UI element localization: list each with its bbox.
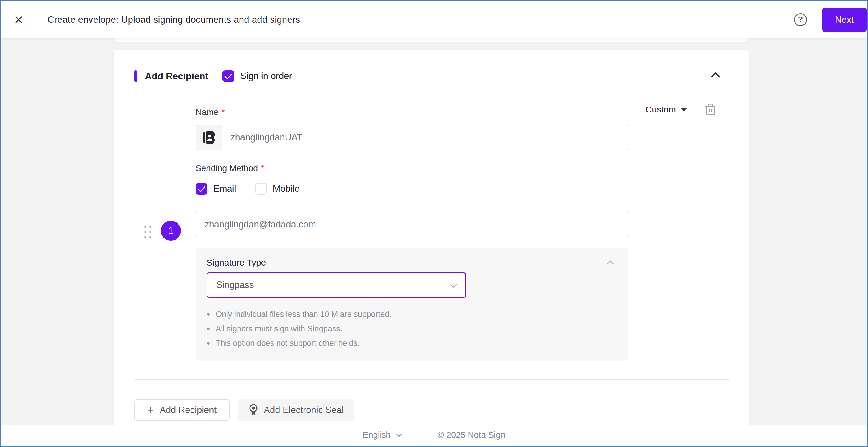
sign-in-order-option[interactable]: Sign in order: [222, 70, 292, 82]
drag-handle[interactable]: [144, 226, 151, 238]
signature-type-select[interactable]: Singpass: [207, 272, 466, 298]
chevron-up-icon: [606, 260, 614, 267]
mobile-checkbox[interactable]: [255, 183, 267, 195]
section-header: Add Recipient Sign in order: [134, 70, 722, 83]
bullet-dot: [207, 313, 210, 316]
sign-in-order-label: Sign in order: [240, 71, 292, 82]
bullet-dot: [207, 327, 210, 330]
name-label: Name*: [196, 107, 225, 117]
email-checkbox[interactable]: [196, 183, 208, 195]
chevron-down-icon: [397, 432, 402, 437]
footer: English © 2025 Nota Sign: [1, 424, 867, 446]
sending-method-label: Sending Method*: [196, 163, 265, 173]
delete-recipient-button[interactable]: [705, 103, 716, 116]
required-mark: *: [261, 163, 264, 173]
required-mark: *: [221, 107, 224, 117]
copyright-text: © 2025 Nota Sign: [438, 430, 505, 440]
app-window: ✕ Create envelope: Upload signing docume…: [0, 0, 868, 447]
role-dropdown[interactable]: Custom: [646, 104, 687, 115]
help-icon[interactable]: ?: [794, 13, 807, 26]
top-bar: ✕ Create envelope: Upload signing docume…: [1, 1, 867, 38]
sign-in-order-checkbox[interactable]: [222, 70, 234, 82]
add-electronic-seal-button[interactable]: Add Electronic Seal: [238, 400, 354, 421]
role-dropdown-value: Custom: [646, 104, 676, 115]
recipient-order-badge: 1: [161, 221, 181, 241]
note-item: Only individual files less than 10 M are…: [207, 307, 392, 322]
signature-collapse-button[interactable]: [607, 259, 615, 268]
bullet-dot: [207, 342, 210, 345]
email-input-box: [196, 212, 628, 237]
close-icon[interactable]: ✕: [12, 13, 25, 26]
mobile-option[interactable]: Mobile: [255, 183, 300, 195]
email-input[interactable]: [196, 213, 628, 236]
contact-book-addon[interactable]: [196, 125, 222, 150]
language-value: English: [363, 430, 391, 440]
address-book-icon: [203, 131, 215, 144]
mobile-label: Mobile: [273, 184, 300, 194]
name-input-box: [196, 125, 628, 150]
sending-method-options: Email Mobile: [196, 183, 300, 195]
email-option[interactable]: Email: [196, 183, 236, 195]
next-button[interactable]: Next: [822, 8, 867, 32]
header-divider: [36, 13, 36, 27]
signature-type-value: Singpass: [216, 280, 254, 290]
signature-type-title: Signature Type: [207, 258, 266, 267]
chevron-down-icon: [450, 280, 457, 288]
collapse-section-button[interactable]: [710, 70, 722, 83]
previous-card-edge: [114, 38, 748, 42]
section-title: Add Recipient: [145, 71, 208, 82]
add-recipient-card: Add Recipient Sign in order Custom: [114, 50, 748, 424]
signature-notes-list: Only individual files less than 10 M are…: [207, 307, 392, 351]
trash-icon: [705, 103, 716, 116]
email-label: Email: [213, 184, 236, 194]
add-recipient-button[interactable]: + Add Recipient: [134, 400, 229, 421]
page-background: Add Recipient Sign in order Custom: [1, 38, 867, 424]
signature-type-panel: Signature Type Singpass Only individual …: [196, 248, 628, 361]
page-title: Create envelope: Upload signing document…: [48, 14, 300, 25]
section-divider: [134, 379, 730, 380]
language-dropdown[interactable]: English: [363, 430, 400, 440]
caret-down-icon: [681, 108, 687, 111]
action-buttons: + Add Recipient Add Electronic Seal: [134, 400, 354, 421]
recipient-row-controls: Custom: [646, 103, 716, 116]
footer-divider: [418, 429, 419, 441]
plus-icon: +: [147, 405, 154, 416]
section-accent-bar: [134, 70, 137, 82]
chevron-up-icon: [711, 72, 720, 81]
name-input[interactable]: [222, 125, 628, 150]
note-item: This option does not support other field…: [207, 336, 392, 351]
seal-icon: [248, 404, 258, 417]
note-item: All signers must sign with Singpass.: [207, 322, 392, 336]
